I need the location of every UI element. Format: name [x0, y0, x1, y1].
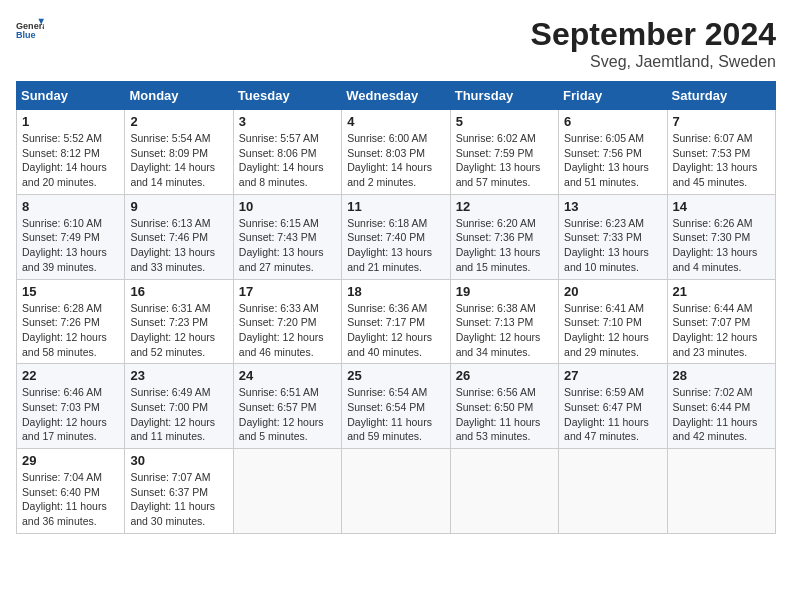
calendar-cell [450, 449, 558, 534]
calendar-cell: 18Sunrise: 6:36 AM Sunset: 7:17 PM Dayli… [342, 279, 450, 364]
day-info: Sunrise: 6:38 AM Sunset: 7:13 PM Dayligh… [456, 301, 553, 360]
calendar-cell: 11Sunrise: 6:18 AM Sunset: 7:40 PM Dayli… [342, 194, 450, 279]
day-number: 11 [347, 199, 444, 214]
day-number: 25 [347, 368, 444, 383]
day-info: Sunrise: 6:23 AM Sunset: 7:33 PM Dayligh… [564, 216, 661, 275]
calendar-cell: 25Sunrise: 6:54 AM Sunset: 6:54 PM Dayli… [342, 364, 450, 449]
calendar-week-row: 22Sunrise: 6:46 AM Sunset: 7:03 PM Dayli… [17, 364, 776, 449]
day-number: 6 [564, 114, 661, 129]
day-info: Sunrise: 5:52 AM Sunset: 8:12 PM Dayligh… [22, 131, 119, 190]
calendar-cell: 9Sunrise: 6:13 AM Sunset: 7:46 PM Daylig… [125, 194, 233, 279]
header: General Blue September 2024 Sveg, Jaemtl… [16, 16, 776, 71]
day-info: Sunrise: 6:44 AM Sunset: 7:07 PM Dayligh… [673, 301, 770, 360]
calendar-table: SundayMondayTuesdayWednesdayThursdayFrid… [16, 81, 776, 534]
day-number: 29 [22, 453, 119, 468]
calendar-cell: 12Sunrise: 6:20 AM Sunset: 7:36 PM Dayli… [450, 194, 558, 279]
day-number: 12 [456, 199, 553, 214]
day-info: Sunrise: 6:56 AM Sunset: 6:50 PM Dayligh… [456, 385, 553, 444]
logo: General Blue [16, 16, 44, 44]
calendar-cell: 10Sunrise: 6:15 AM Sunset: 7:43 PM Dayli… [233, 194, 341, 279]
calendar-cell: 2Sunrise: 5:54 AM Sunset: 8:09 PM Daylig… [125, 110, 233, 195]
day-number: 28 [673, 368, 770, 383]
day-number: 19 [456, 284, 553, 299]
calendar-cell: 21Sunrise: 6:44 AM Sunset: 7:07 PM Dayli… [667, 279, 775, 364]
day-info: Sunrise: 6:07 AM Sunset: 7:53 PM Dayligh… [673, 131, 770, 190]
calendar-cell: 16Sunrise: 6:31 AM Sunset: 7:23 PM Dayli… [125, 279, 233, 364]
calendar-week-row: 15Sunrise: 6:28 AM Sunset: 7:26 PM Dayli… [17, 279, 776, 364]
location-title: Sveg, Jaemtland, Sweden [531, 53, 776, 71]
day-info: Sunrise: 6:41 AM Sunset: 7:10 PM Dayligh… [564, 301, 661, 360]
calendar-cell [559, 449, 667, 534]
day-info: Sunrise: 6:49 AM Sunset: 7:00 PM Dayligh… [130, 385, 227, 444]
day-info: Sunrise: 6:13 AM Sunset: 7:46 PM Dayligh… [130, 216, 227, 275]
calendar-header-row: SundayMondayTuesdayWednesdayThursdayFrid… [17, 82, 776, 110]
column-header-wednesday: Wednesday [342, 82, 450, 110]
day-number: 3 [239, 114, 336, 129]
day-number: 1 [22, 114, 119, 129]
calendar-cell: 23Sunrise: 6:49 AM Sunset: 7:00 PM Dayli… [125, 364, 233, 449]
calendar-week-row: 8Sunrise: 6:10 AM Sunset: 7:49 PM Daylig… [17, 194, 776, 279]
day-info: Sunrise: 6:28 AM Sunset: 7:26 PM Dayligh… [22, 301, 119, 360]
column-header-thursday: Thursday [450, 82, 558, 110]
day-number: 10 [239, 199, 336, 214]
column-header-tuesday: Tuesday [233, 82, 341, 110]
generalblue-logo-icon: General Blue [16, 16, 44, 44]
day-info: Sunrise: 7:02 AM Sunset: 6:44 PM Dayligh… [673, 385, 770, 444]
day-number: 9 [130, 199, 227, 214]
calendar-cell: 27Sunrise: 6:59 AM Sunset: 6:47 PM Dayli… [559, 364, 667, 449]
day-number: 30 [130, 453, 227, 468]
day-info: Sunrise: 7:04 AM Sunset: 6:40 PM Dayligh… [22, 470, 119, 529]
day-info: Sunrise: 6:05 AM Sunset: 7:56 PM Dayligh… [564, 131, 661, 190]
svg-text:General: General [16, 21, 44, 31]
day-info: Sunrise: 6:10 AM Sunset: 7:49 PM Dayligh… [22, 216, 119, 275]
title-area: September 2024 Sveg, Jaemtland, Sweden [531, 16, 776, 71]
day-info: Sunrise: 6:02 AM Sunset: 7:59 PM Dayligh… [456, 131, 553, 190]
day-info: Sunrise: 6:15 AM Sunset: 7:43 PM Dayligh… [239, 216, 336, 275]
day-number: 22 [22, 368, 119, 383]
column-header-saturday: Saturday [667, 82, 775, 110]
day-number: 21 [673, 284, 770, 299]
day-info: Sunrise: 6:59 AM Sunset: 6:47 PM Dayligh… [564, 385, 661, 444]
day-info: Sunrise: 6:18 AM Sunset: 7:40 PM Dayligh… [347, 216, 444, 275]
calendar-cell: 5Sunrise: 6:02 AM Sunset: 7:59 PM Daylig… [450, 110, 558, 195]
day-number: 27 [564, 368, 661, 383]
calendar-cell: 28Sunrise: 7:02 AM Sunset: 6:44 PM Dayli… [667, 364, 775, 449]
day-number: 26 [456, 368, 553, 383]
calendar-cell [233, 449, 341, 534]
calendar-cell: 14Sunrise: 6:26 AM Sunset: 7:30 PM Dayli… [667, 194, 775, 279]
calendar-cell [342, 449, 450, 534]
day-info: Sunrise: 6:26 AM Sunset: 7:30 PM Dayligh… [673, 216, 770, 275]
calendar-cell: 15Sunrise: 6:28 AM Sunset: 7:26 PM Dayli… [17, 279, 125, 364]
column-header-monday: Monday [125, 82, 233, 110]
day-number: 8 [22, 199, 119, 214]
calendar-cell: 22Sunrise: 6:46 AM Sunset: 7:03 PM Dayli… [17, 364, 125, 449]
day-info: Sunrise: 6:33 AM Sunset: 7:20 PM Dayligh… [239, 301, 336, 360]
day-number: 17 [239, 284, 336, 299]
day-number: 4 [347, 114, 444, 129]
day-info: Sunrise: 6:46 AM Sunset: 7:03 PM Dayligh… [22, 385, 119, 444]
day-number: 5 [456, 114, 553, 129]
day-info: Sunrise: 6:36 AM Sunset: 7:17 PM Dayligh… [347, 301, 444, 360]
day-number: 24 [239, 368, 336, 383]
calendar-cell: 20Sunrise: 6:41 AM Sunset: 7:10 PM Dayli… [559, 279, 667, 364]
calendar-body: 1Sunrise: 5:52 AM Sunset: 8:12 PM Daylig… [17, 110, 776, 534]
calendar-cell: 26Sunrise: 6:56 AM Sunset: 6:50 PM Dayli… [450, 364, 558, 449]
calendar-cell: 24Sunrise: 6:51 AM Sunset: 6:57 PM Dayli… [233, 364, 341, 449]
day-info: Sunrise: 5:57 AM Sunset: 8:06 PM Dayligh… [239, 131, 336, 190]
day-number: 23 [130, 368, 227, 383]
day-info: Sunrise: 6:54 AM Sunset: 6:54 PM Dayligh… [347, 385, 444, 444]
day-number: 16 [130, 284, 227, 299]
calendar-cell: 17Sunrise: 6:33 AM Sunset: 7:20 PM Dayli… [233, 279, 341, 364]
calendar-cell: 4Sunrise: 6:00 AM Sunset: 8:03 PM Daylig… [342, 110, 450, 195]
day-number: 13 [564, 199, 661, 214]
calendar-cell: 19Sunrise: 6:38 AM Sunset: 7:13 PM Dayli… [450, 279, 558, 364]
day-info: Sunrise: 6:20 AM Sunset: 7:36 PM Dayligh… [456, 216, 553, 275]
day-info: Sunrise: 6:51 AM Sunset: 6:57 PM Dayligh… [239, 385, 336, 444]
calendar-cell: 13Sunrise: 6:23 AM Sunset: 7:33 PM Dayli… [559, 194, 667, 279]
day-number: 20 [564, 284, 661, 299]
calendar-week-row: 29Sunrise: 7:04 AM Sunset: 6:40 PM Dayli… [17, 449, 776, 534]
column-header-sunday: Sunday [17, 82, 125, 110]
day-info: Sunrise: 7:07 AM Sunset: 6:37 PM Dayligh… [130, 470, 227, 529]
calendar-cell: 1Sunrise: 5:52 AM Sunset: 8:12 PM Daylig… [17, 110, 125, 195]
day-number: 7 [673, 114, 770, 129]
